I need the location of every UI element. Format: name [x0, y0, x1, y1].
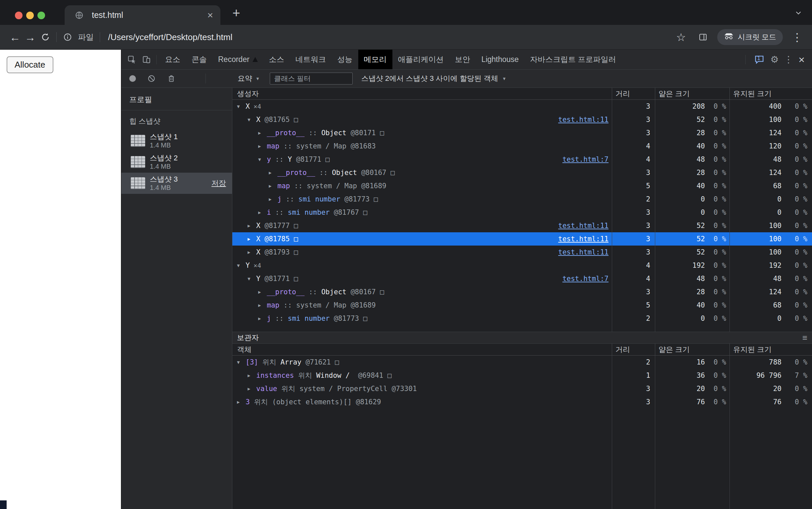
device-toolbar-icon[interactable]: [139, 53, 154, 67]
heap-row[interactable]: ▶__proto__ :: Object @80167 □3280 %1240 …: [232, 166, 812, 179]
heap-row[interactable]: ▶X @81777 □test.html:113520 %1000 %: [232, 219, 812, 232]
side-panel-icon[interactable]: [695, 30, 711, 45]
zoom-window-button[interactable]: [37, 11, 45, 19]
browser-menu-kebab-icon[interactable]: ⋮: [789, 30, 805, 45]
back-button[interactable]: ←: [7, 30, 23, 45]
heap-row[interactable]: ▶j :: smi number @81773 □200 %00 %: [232, 193, 812, 206]
reload-button[interactable]: [38, 30, 53, 45]
expand-icon[interactable]: ▶: [269, 183, 277, 189]
source-location-link[interactable]: test.html:11: [558, 116, 609, 124]
expand-icon[interactable]: ▶: [269, 197, 277, 202]
expand-icon[interactable]: ▶: [258, 316, 267, 321]
collapse-icon[interactable]: ▼: [247, 117, 256, 122]
allocation-range-dropdown[interactable]: 스냅샷 2에서 스냅샷 3 사이에 할당된 객체 ▼: [361, 74, 506, 83]
close-window-button[interactable]: [15, 11, 23, 19]
devtools-settings-gear-icon[interactable]: ⚙: [770, 55, 779, 64]
heap-row[interactable]: ▶value 위치 system / PropertyCell @7330132…: [232, 382, 812, 395]
issues-counter-button[interactable]: 1: [754, 54, 765, 65]
expand-icon[interactable]: ▶: [258, 143, 267, 149]
devtools-tab[interactable]: 성능: [332, 50, 358, 69]
devtools-tab[interactable]: Recorder: [212, 50, 264, 69]
url-text[interactable]: /Users/yceffort/Desktop/test.html: [108, 32, 673, 42]
column-header-object[interactable]: 객체: [232, 344, 612, 355]
class-filter-input[interactable]: [270, 73, 352, 84]
column-header-shallow-size[interactable]: 얕은 크기: [655, 88, 730, 99]
expand-icon[interactable]: ▶: [258, 210, 267, 215]
devtools-tab[interactable]: 네트워크: [290, 50, 332, 69]
heap-row[interactable]: ▶map :: system / Map @816834400 %1200 %: [232, 139, 812, 153]
expand-icon[interactable]: ▶: [247, 236, 256, 242]
heap-row-selected[interactable]: ▶X @81785 □test.html:113520 %1000 %: [232, 232, 812, 245]
heap-row[interactable]: ▶map :: system / Map @816895400 %680 %: [232, 179, 812, 193]
heap-row[interactable]: ▶j :: smi number @81773 □200 %00 %: [232, 312, 812, 325]
source-location-link[interactable]: test.html:11: [558, 235, 609, 243]
heap-row[interactable]: ▼Y ×441920 %1920 %: [232, 259, 812, 272]
column-header-retained-size[interactable]: 유지된 크기: [730, 88, 812, 99]
devtools-tab[interactable]: 메모리: [358, 50, 393, 69]
snapshot-item[interactable]: 스냅샷 11.4 MB: [121, 130, 232, 151]
take-snapshot-record-icon[interactable]: [129, 75, 136, 82]
devtools-tab[interactable]: 보안: [449, 50, 476, 69]
heap-row[interactable]: ▶X @81793 □test.html:113520 %1000 %: [232, 245, 812, 259]
source-location-link[interactable]: test.html:11: [558, 248, 609, 256]
column-header-retained-size[interactable]: 유지된 크기: [730, 344, 812, 355]
heap-row[interactable]: ▶__proto__ :: Object @80167 □3280 %1240 …: [232, 285, 812, 299]
retainers-menu-icon[interactable]: ≡: [802, 333, 807, 342]
heap-row[interactable]: ▶__proto__ :: Object @80171 □3280 %1240 …: [232, 126, 812, 139]
collapse-icon[interactable]: ▼: [247, 276, 256, 281]
column-header-distance[interactable]: 거리: [612, 344, 655, 355]
source-location-link[interactable]: test.html:7: [563, 156, 609, 163]
column-header-shallow-size[interactable]: 얕은 크기: [655, 344, 730, 355]
collapse-icon[interactable]: ▼: [258, 157, 267, 162]
bookmark-star-icon[interactable]: ☆: [673, 30, 689, 45]
collapse-icon[interactable]: ▼: [237, 104, 246, 109]
view-mode-dropdown[interactable]: 요약 ▼: [238, 74, 260, 83]
expand-icon[interactable]: ▶: [258, 130, 267, 136]
expand-icon[interactable]: ▶: [269, 170, 277, 175]
devtools-tab[interactable]: 콘솔: [186, 50, 212, 69]
heap-row[interactable]: ▶map :: system / Map @816895400 %680 %: [232, 299, 812, 312]
heap-row[interactable]: ▼[3] 위치 Array @71621 □2160 %7880 %: [232, 355, 812, 369]
expand-icon[interactable]: ▶: [247, 373, 256, 378]
tab-close-icon[interactable]: ×: [207, 10, 213, 20]
inspect-element-icon[interactable]: [125, 53, 139, 67]
devtools-tab[interactable]: 애플리케이션: [393, 50, 449, 69]
heap-row[interactable]: ▼Y @81771 □test.html:74480 %480 %: [232, 272, 812, 285]
devtools-tab[interactable]: Lighthouse: [476, 50, 525, 69]
heap-row[interactable]: ▼X ×432080 %4000 %: [232, 100, 812, 113]
tab-overflow-chevron-icon[interactable]: [794, 9, 803, 19]
heap-row[interactable]: ▼X @81765 □test.html:113520 %1000 %: [232, 113, 812, 126]
forward-button[interactable]: →: [23, 30, 38, 45]
column-header-constructor[interactable]: 생성자: [232, 88, 612, 99]
browser-tab[interactable]: test.html ×: [65, 5, 221, 25]
snapshot-item[interactable]: 스냅샷 21.4 MB: [121, 151, 232, 173]
devtools-tab[interactable]: 요소: [160, 50, 186, 69]
expand-icon[interactable]: ▶: [247, 223, 256, 228]
expand-icon[interactable]: ▶: [258, 303, 267, 308]
heap-row[interactable]: ▶i :: smi number @81767 □300 %00 %: [232, 206, 812, 219]
delete-snapshot-trash-icon[interactable]: [167, 74, 176, 83]
site-info-icon[interactable]: [60, 30, 75, 45]
expand-icon[interactable]: ▶: [247, 249, 256, 255]
column-header-distance[interactable]: 거리: [612, 88, 655, 99]
devtools-tab[interactable]: 소스: [264, 50, 290, 69]
collapse-icon[interactable]: ▼: [237, 360, 246, 365]
heap-row[interactable]: ▼y :: Y @81771 □test.html:74480 %480 %: [232, 153, 812, 166]
heap-row[interactable]: ▶instances 위치 Window / @69841 □1360 %96 …: [232, 369, 812, 382]
minimize-window-button[interactable]: [26, 11, 34, 19]
heap-row[interactable]: ▶3 위치 (object elements)[] @816293760 %76…: [232, 395, 812, 409]
expand-icon[interactable]: ▶: [258, 289, 267, 295]
source-location-link[interactable]: test.html:11: [558, 222, 609, 230]
devtools-menu-kebab-icon[interactable]: ⋮: [784, 55, 793, 64]
source-location-link[interactable]: test.html:7: [563, 275, 609, 283]
clear-profiles-icon[interactable]: [147, 74, 156, 83]
snapshot-item[interactable]: 스냅샷 31.4 MB저장: [121, 173, 232, 194]
allocate-button[interactable]: Allocate: [7, 56, 54, 73]
snapshot-save-link[interactable]: 저장: [211, 178, 226, 188]
expand-icon[interactable]: ▶: [237, 399, 246, 405]
new-tab-button[interactable]: +: [229, 5, 244, 21]
devtools-close-icon[interactable]: ×: [799, 54, 805, 65]
collapse-icon[interactable]: ▼: [237, 263, 246, 268]
expand-icon[interactable]: ▶: [247, 386, 256, 392]
devtools-tab[interactable]: 자바스크립트 프로파일러: [524, 50, 621, 69]
